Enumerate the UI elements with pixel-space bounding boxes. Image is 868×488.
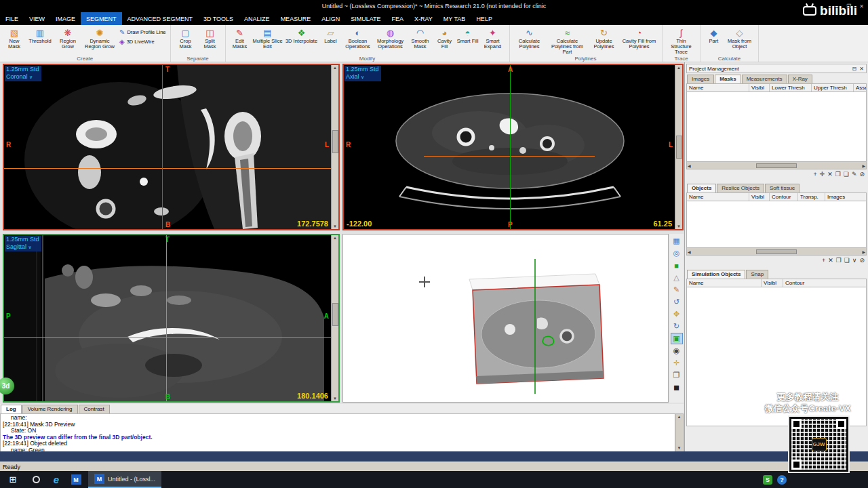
menu-3d-tools[interactable]: 3D TOOLS: [198, 12, 239, 25]
mask-add-icon[interactable]: +: [813, 171, 816, 178]
column-name[interactable]: Name: [687, 279, 762, 287]
column-upper-threshold[interactable]: Upper Thresh: [812, 84, 854, 92]
coronal-scroll-thumb[interactable]: [332, 130, 338, 153]
dynamic-region-grow-button[interactable]: ✺ Dynamic Region Grow: [81, 26, 118, 50]
tab-images[interactable]: Images: [687, 75, 714, 83]
tab-log[interactable]: Log: [1, 405, 22, 413]
viewport-axial[interactable]: 1.25mm Std Axial ∨ A R P L -122.00 61.25…: [342, 64, 684, 230]
tab-reslice-objects[interactable]: Reslice Objects: [717, 184, 764, 192]
objects-scroll-thumb[interactable]: [756, 249, 797, 254]
viewport-sagittal[interactable]: 1.25mm Std Sagittal ∨ T P B A 180.1406 ▲…: [3, 234, 340, 403]
column-name[interactable]: Name: [687, 193, 749, 201]
tray-icon-2[interactable]: ?: [777, 475, 787, 485]
visibility-icon[interactable]: ◉: [671, 345, 683, 357]
smooth-mask-button[interactable]: ◠ Smooth Mask: [408, 26, 433, 50]
move-icon[interactable]: ✛: [671, 357, 683, 369]
smart-fill-button[interactable]: ◓ Smart Fill: [456, 26, 479, 45]
column-name[interactable]: Name: [687, 84, 749, 92]
sagittal-scroll-down-icon[interactable]: ▼: [333, 396, 337, 401]
menu-fea[interactable]: FEA: [387, 12, 410, 25]
viewport-coronal[interactable]: 1.25mm Std Coronal ∨ T R B L 172.7578 ▲ …: [3, 64, 340, 230]
thin-structure-trace-button[interactable]: ∫ Thin Structure Trace: [665, 26, 698, 56]
objects-table[interactable]: [686, 201, 867, 248]
zoom-icon[interactable]: ◎: [671, 247, 683, 259]
axial-scroll-down-icon[interactable]: ▼: [677, 224, 681, 228]
mask-duplicate-icon[interactable]: ❐: [835, 171, 841, 178]
3d-interpolate-button[interactable]: ❖ 3D Interpolate: [284, 26, 319, 45]
3d-livewire-button[interactable]: ◈ 3D LiveWire: [119, 38, 166, 45]
objects-scroll-left-icon[interactable]: ◀: [688, 249, 691, 254]
tab-masks[interactable]: Masks: [715, 75, 741, 83]
update-polylines-button[interactable]: ↻ Update Polylines: [589, 26, 620, 50]
layout-grid-icon[interactable]: ▦: [671, 235, 683, 247]
menu-measure[interactable]: MEASURE: [275, 12, 317, 25]
axial-scrollbar[interactable]: ▲ ▼: [675, 65, 682, 229]
sagittal-scroll-up-icon[interactable]: ▲: [333, 236, 337, 240]
tab-measurements[interactable]: Measurements: [742, 75, 787, 83]
mask-copy-icon[interactable]: ❏: [844, 171, 849, 178]
column-contour[interactable]: Contour: [770, 193, 798, 201]
part-button[interactable]: ◆ Part: [704, 26, 724, 45]
column-transparency[interactable]: Transp.: [798, 193, 825, 201]
menu-align[interactable]: ALIGN: [316, 12, 345, 25]
sagittal-scrollbar[interactable]: ▲ ▼: [331, 235, 338, 401]
mask-properties-icon[interactable]: ✎: [852, 171, 857, 178]
cortana-button[interactable]: [26, 471, 46, 488]
menu-my-tab[interactable]: MY TAB: [438, 12, 471, 25]
coronal-horizontal-crosshair[interactable]: [4, 168, 331, 169]
mask-add-from-icon[interactable]: ✛: [820, 171, 825, 178]
object-hide-icon[interactable]: ⊘: [859, 257, 865, 264]
menu-advanced-segment[interactable]: ADVANCED SEGMENT: [122, 12, 198, 25]
masks-table-hscrollbar[interactable]: ◀ ▶: [686, 162, 867, 169]
mask-hide-icon[interactable]: ⊘: [859, 171, 865, 178]
tab-volume-rendering[interactable]: Volume Rendering: [22, 405, 78, 413]
calculate-polylines-from-part-button[interactable]: ≈ Calculate Polylines from Part: [547, 26, 589, 56]
menu-file[interactable]: FILE: [0, 12, 24, 25]
column-images[interactable]: Images: [825, 193, 866, 201]
panel-close-icon[interactable]: ✕: [859, 66, 864, 72]
menu-x-ray[interactable]: X-RAY: [409, 12, 438, 25]
tray-icon-1[interactable]: S: [763, 475, 772, 485]
column-visible[interactable]: Visibl: [762, 279, 783, 287]
coronal-vertical-crosshair[interactable]: [162, 65, 163, 229]
log-output[interactable]: name: [22:18:41] Mask 3D Preview State: …: [0, 413, 684, 452]
column-assessment[interactable]: Asse: [854, 84, 866, 92]
snapshot-icon[interactable]: ❐: [671, 369, 683, 381]
masks-table[interactable]: [686, 92, 867, 162]
mask-from-object-button[interactable]: ◇ Mask from Object: [724, 26, 755, 50]
edge-browser-button[interactable]: e: [46, 471, 66, 488]
threshold-button[interactable]: ▥ Threshold: [26, 26, 54, 45]
rotate-icon[interactable]: ↻: [671, 321, 683, 332]
pan-icon[interactable]: ✥: [671, 308, 683, 320]
sagittal-horizontal-crosshair[interactable]: [4, 337, 331, 338]
tab-snap[interactable]: Snap: [746, 270, 768, 279]
masks-scroll-thumb[interactable]: [756, 163, 797, 168]
mimics-taskbar-button[interactable]: M: [66, 471, 85, 488]
tab-soft-tissue[interactable]: Soft tissue: [765, 184, 800, 192]
axial-horizontal-crosshair[interactable]: [424, 156, 595, 157]
object-add-icon[interactable]: +: [822, 257, 825, 264]
region-grow-button[interactable]: ❋ Region Grow: [54, 26, 81, 50]
cavity-fill-from-polylines-button[interactable]: ◔ Cavity Fill from Polylines: [620, 26, 659, 50]
tab-x-ray[interactable]: X-Ray: [788, 75, 812, 83]
calculate-polylines-button[interactable]: ∿ Calculate Polylines: [513, 26, 547, 50]
sagittal-slice-info[interactable]: 1.25mm Std Sagittal ∨: [5, 236, 41, 251]
viewport-3d[interactable]: [342, 234, 669, 403]
column-visible[interactable]: Visibl: [749, 84, 770, 92]
tab-simulation-objects[interactable]: Simulation Objects: [687, 270, 745, 279]
axial-scroll-up-icon[interactable]: ▲: [677, 66, 681, 70]
menu-view[interactable]: VIEW: [24, 12, 50, 25]
coronal-scroll-up-icon[interactable]: ▲: [333, 66, 337, 70]
coronal-slice-info[interactable]: 1.25mm Std Coronal ∨: [5, 66, 41, 81]
axial-vertical-crosshair[interactable]: [510, 65, 511, 229]
label-button[interactable]: ▱ Label: [319, 26, 342, 45]
menu-image[interactable]: IMAGE: [50, 12, 81, 25]
object-more-icon[interactable]: ∨: [852, 257, 857, 264]
active-window-button[interactable]: M Untitled - (Lossl...: [88, 471, 161, 488]
axial-scroll-thumb[interactable]: [676, 136, 682, 159]
axial-slice-info[interactable]: 1.25mm Std Axial ∨: [344, 66, 381, 81]
masks-scroll-right-icon[interactable]: ▶: [862, 163, 865, 168]
menu-segment[interactable]: SEGMENT: [81, 12, 122, 25]
annotate-icon[interactable]: ✎: [671, 284, 683, 296]
masks-scroll-left-icon[interactable]: ◀: [688, 163, 691, 168]
